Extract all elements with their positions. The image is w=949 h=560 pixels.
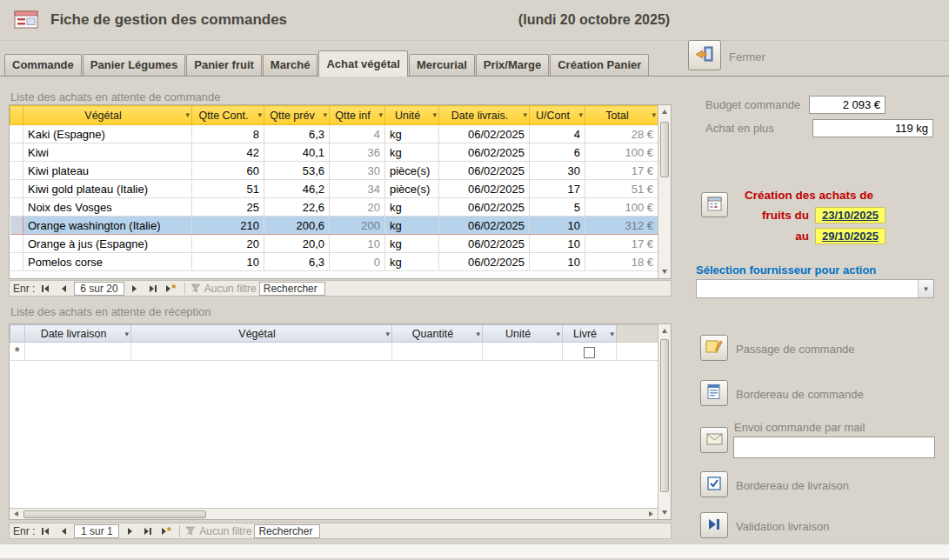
cell-date-livraison[interactable] (25, 343, 131, 361)
nav-first-button[interactable] (37, 524, 53, 537)
nav-next-button[interactable] (122, 524, 137, 537)
cell[interactable]: 06/02/2025 (439, 125, 530, 143)
cell[interactable]: 6 (530, 143, 585, 162)
vertical-scrollbar[interactable] (658, 324, 671, 519)
cell[interactable]: 18 € (585, 253, 658, 271)
filter-dropdown-icon[interactable]: ▾ (323, 111, 327, 119)
tab-commande[interactable]: Commande (4, 54, 82, 76)
cell[interactable]: 6,3 (264, 125, 330, 143)
tab-marche[interactable]: Marché (263, 54, 318, 76)
cell[interactable]: 06/02/2025 (439, 235, 530, 253)
cell[interactable]: 06/02/2025 (439, 217, 530, 235)
cell[interactable]: pièce(s) (385, 180, 439, 198)
cell[interactable]: 51 (192, 180, 264, 198)
cell[interactable]: 53,6 (264, 162, 330, 180)
new-record-marker[interactable]: * (10, 343, 25, 361)
close-form-button[interactable] (688, 40, 721, 70)
cell[interactable]: 6,3 (264, 253, 330, 271)
tab-achat-vegetal[interactable]: Achat végétal (318, 50, 408, 77)
tab-panier-legumes[interactable]: Panier Légumes (83, 54, 185, 76)
cell[interactable]: 8 (192, 125, 264, 143)
cell[interactable]: 22,6 (264, 198, 330, 217)
column-header-qtte-prev[interactable]: Qtte prév▾ (264, 106, 330, 125)
filter-dropdown-icon[interactable]: ▾ (652, 111, 656, 119)
nav-new-record-button[interactable]: * (164, 282, 179, 295)
cell-unite[interactable] (483, 343, 563, 361)
cell[interactable]: 20 (330, 198, 385, 217)
cell[interactable]: 17 € (585, 235, 658, 253)
cell[interactable]: 28 € (585, 125, 658, 143)
cell[interactable]: 25 (192, 198, 264, 217)
tab-creation-panier[interactable]: Création Panier (550, 54, 649, 76)
filter-status[interactable]: Aucun filtre (190, 283, 257, 295)
cell[interactable]: 06/02/2025 (439, 253, 530, 271)
cell[interactable]: 20,0 (264, 235, 330, 253)
row-selector[interactable] (10, 125, 23, 143)
cell[interactable]: pièce(s) (385, 162, 439, 180)
nav-new-record-button[interactable]: * (158, 524, 174, 537)
cell[interactable]: 06/02/2025 (439, 198, 530, 217)
cell[interactable]: Noix des Vosges (23, 198, 192, 217)
column-header-total[interactable]: Total▾ (585, 106, 658, 125)
cell[interactable]: 30 (530, 162, 585, 180)
scrollbar-thumb[interactable] (23, 510, 206, 518)
cell[interactable]: Kiwi plateau (23, 162, 192, 180)
scroll-left-icon[interactable] (10, 509, 23, 519)
cell[interactable]: 20 (192, 235, 264, 253)
cell[interactable]: 10 (330, 235, 385, 253)
filter-dropdown-icon[interactable]: ▾ (523, 111, 527, 119)
cell[interactable]: kg (385, 235, 439, 253)
tab-panier-fruit[interactable]: Panier fruit (186, 54, 262, 76)
cell[interactable]: 06/02/2025 (439, 180, 530, 198)
cell[interactable]: Orange à jus (Espagne) (23, 235, 192, 253)
row-selector[interactable] (10, 143, 23, 162)
envoi-mail-button[interactable] (700, 427, 728, 453)
filter-dropdown-icon[interactable]: ▾ (378, 111, 383, 119)
filter-dropdown-icon[interactable]: ▾ (556, 330, 560, 338)
filter-dropdown-icon[interactable]: ▾ (124, 330, 129, 338)
cell[interactable]: 34 (330, 180, 385, 198)
cell[interactable]: kg (385, 217, 439, 235)
creation-achats-button[interactable] (701, 192, 728, 217)
nav-next-button[interactable] (127, 282, 143, 295)
filter-status[interactable]: Aucun filtre (185, 525, 251, 537)
cell[interactable]: 51 € (585, 180, 658, 198)
scroll-up-icon[interactable] (658, 105, 671, 118)
cell[interactable]: Kaki (Espagne) (23, 125, 192, 143)
filter-dropdown-icon[interactable]: ▾ (476, 330, 480, 338)
tab-mercurial[interactable]: Mercurial (409, 54, 475, 76)
nav-prev-button[interactable] (56, 524, 71, 537)
cell[interactable]: 10 (192, 253, 264, 271)
search-input[interactable] (259, 282, 325, 296)
achat-en-plus-value-field[interactable]: 119 kg (812, 119, 933, 137)
budget-value-field[interactable]: 2 093 € (809, 96, 886, 114)
supplier-combobox[interactable]: ▾ (696, 279, 934, 298)
cell[interactable]: 40,1 (264, 143, 330, 162)
filter-dropdown-icon[interactable]: ▾ (185, 111, 190, 119)
chevron-down-icon[interactable]: ▾ (918, 280, 933, 297)
row-selector[interactable] (10, 217, 23, 235)
cell[interactable]: 0 (330, 253, 385, 271)
horizontal-scrollbar[interactable] (10, 508, 658, 519)
filter-dropdown-icon[interactable]: ▾ (432, 111, 437, 119)
mail-address-input[interactable] (733, 437, 935, 458)
cell[interactable]: 200,6 (264, 217, 330, 235)
bordereau-livraison-button[interactable] (700, 471, 728, 497)
row-selector[interactable] (10, 235, 23, 253)
column-header-date-livrais[interactable]: Date livrais.▾ (439, 106, 530, 125)
cell[interactable]: 17 € (585, 162, 658, 180)
cell[interactable]: 312 € (585, 217, 658, 235)
cell[interactable]: Pomelos corse (23, 253, 192, 271)
cell[interactable]: 10 (530, 253, 585, 271)
column-header-livre[interactable]: Livré▾ (563, 325, 617, 343)
column-header-u-cont[interactable]: U/Cont▾ (530, 106, 585, 125)
row-selector[interactable] (10, 180, 23, 198)
cell[interactable]: 06/02/2025 (439, 162, 530, 180)
column-header-qtte-cont[interactable]: Qtte Cont.▾ (192, 106, 264, 125)
cell[interactable]: 17 (530, 180, 585, 198)
date-from-field[interactable]: 23/10/2025 (815, 207, 886, 223)
cell[interactable]: Kiwi gold plateau (Italie) (23, 180, 192, 198)
scrollbar-thumb[interactable] (660, 122, 669, 177)
filter-dropdown-icon[interactable]: ▾ (578, 111, 583, 119)
nav-last-button[interactable] (140, 524, 156, 537)
